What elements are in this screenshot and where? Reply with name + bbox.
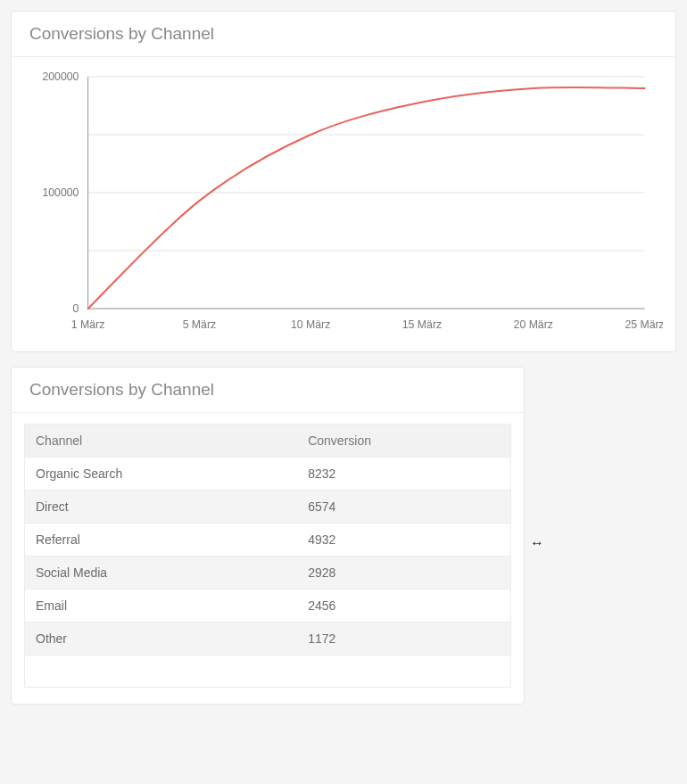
table-panel: Conversions by Channel Channel Conversio… — [11, 367, 525, 705]
table-header-channel: Channel — [25, 425, 298, 458]
chart-panel-title: Conversions by Channel — [12, 12, 675, 57]
x-tick-label: 20 März — [514, 318, 553, 331]
x-tick-label: 5 März — [183, 318, 216, 331]
table-footer-empty — [25, 656, 511, 688]
chart-panel: Conversions by Channel 01000002000001 Mä… — [11, 11, 676, 352]
table-panel-title: Conversions by Channel — [12, 367, 524, 413]
x-tick-label: 10 März — [291, 318, 330, 331]
y-tick-label: 200000 — [42, 70, 79, 83]
x-tick-label: 25 März — [625, 318, 663, 331]
cell-conversion: 1172 — [297, 623, 510, 656]
table-row: Email2456 — [25, 590, 511, 623]
line-series — [88, 87, 645, 309]
cell-channel: Referral — [25, 524, 298, 557]
cell-channel: Organic Search — [25, 458, 298, 491]
cell-conversion: 2928 — [297, 557, 510, 590]
table-row: Other1172 — [25, 623, 511, 656]
x-tick-label: 1 März — [71, 318, 104, 331]
table-row: Referral4932 — [25, 524, 511, 557]
cell-conversion: 4932 — [297, 524, 510, 557]
chart-panel-body: 01000002000001 März5 März10 März15 März2… — [12, 57, 675, 351]
conversions-table: Channel Conversion Organic Search8232Dir… — [24, 424, 511, 688]
y-tick-label: 100000 — [42, 186, 79, 199]
resize-handle-icon[interactable]: ↔ — [525, 535, 544, 551]
cell-channel: Other — [25, 623, 298, 656]
cell-conversion: 2456 — [297, 590, 510, 623]
y-tick-label: 0 — [73, 302, 79, 315]
cell-conversion: 6574 — [297, 491, 510, 524]
line-chart[interactable]: 01000002000001 März5 März10 März15 März2… — [24, 68, 663, 335]
table-row: Direct6574 — [25, 491, 511, 524]
table-panel-body: Channel Conversion Organic Search8232Dir… — [12, 413, 524, 704]
table-header-conversion: Conversion — [297, 425, 510, 458]
cell-channel: Direct — [25, 491, 298, 524]
cell-conversion: 8232 — [297, 458, 510, 491]
x-tick-label: 15 März — [402, 318, 442, 331]
table-row: Social Media2928 — [25, 557, 511, 590]
table-row: Organic Search8232 — [25, 458, 511, 491]
cell-channel: Social Media — [25, 557, 298, 590]
cell-channel: Email — [25, 590, 298, 623]
table-panel-row: Conversions by Channel Channel Conversio… — [11, 367, 676, 719]
